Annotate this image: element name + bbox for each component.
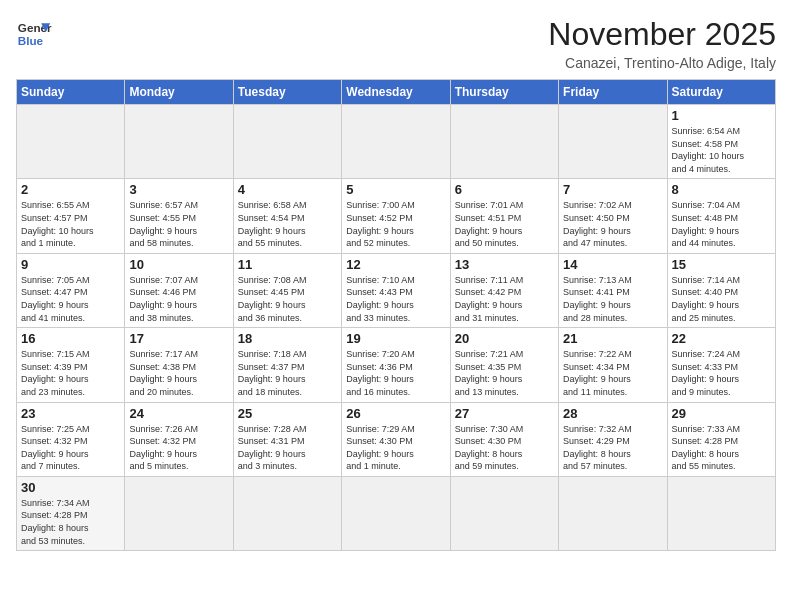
day-number: 9 (21, 257, 120, 272)
day-number: 20 (455, 331, 554, 346)
day-number: 3 (129, 182, 228, 197)
day-cell: 17Sunrise: 7:17 AM Sunset: 4:38 PM Dayli… (125, 328, 233, 402)
day-cell: 8Sunrise: 7:04 AM Sunset: 4:48 PM Daylig… (667, 179, 775, 253)
day-number: 23 (21, 406, 120, 421)
day-info: Sunrise: 7:05 AM Sunset: 4:47 PM Dayligh… (21, 274, 120, 324)
day-cell: 3Sunrise: 6:57 AM Sunset: 4:55 PM Daylig… (125, 179, 233, 253)
weekday-tuesday: Tuesday (233, 80, 341, 105)
week-row-2: 2Sunrise: 6:55 AM Sunset: 4:57 PM Daylig… (17, 179, 776, 253)
week-row-6: 30Sunrise: 7:34 AM Sunset: 4:28 PM Dayli… (17, 476, 776, 550)
day-cell: 29Sunrise: 7:33 AM Sunset: 4:28 PM Dayli… (667, 402, 775, 476)
day-info: Sunrise: 7:32 AM Sunset: 4:29 PM Dayligh… (563, 423, 662, 473)
day-info: Sunrise: 7:14 AM Sunset: 4:40 PM Dayligh… (672, 274, 771, 324)
logo-icon: General Blue (16, 16, 52, 52)
title-block: November 2025 Canazei, Trentino-Alto Adi… (548, 16, 776, 71)
day-info: Sunrise: 7:04 AM Sunset: 4:48 PM Dayligh… (672, 199, 771, 249)
day-cell (450, 105, 558, 179)
day-cell (17, 105, 125, 179)
day-info: Sunrise: 7:10 AM Sunset: 4:43 PM Dayligh… (346, 274, 445, 324)
day-cell: 27Sunrise: 7:30 AM Sunset: 4:30 PM Dayli… (450, 402, 558, 476)
day-number: 13 (455, 257, 554, 272)
day-number: 4 (238, 182, 337, 197)
logo: General Blue (16, 16, 52, 52)
day-number: 21 (563, 331, 662, 346)
day-cell (233, 476, 341, 550)
day-cell: 20Sunrise: 7:21 AM Sunset: 4:35 PM Dayli… (450, 328, 558, 402)
day-number: 5 (346, 182, 445, 197)
day-info: Sunrise: 7:15 AM Sunset: 4:39 PM Dayligh… (21, 348, 120, 398)
day-number: 30 (21, 480, 120, 495)
day-cell (125, 105, 233, 179)
day-info: Sunrise: 7:01 AM Sunset: 4:51 PM Dayligh… (455, 199, 554, 249)
day-number: 25 (238, 406, 337, 421)
day-number: 1 (672, 108, 771, 123)
day-info: Sunrise: 7:02 AM Sunset: 4:50 PM Dayligh… (563, 199, 662, 249)
day-info: Sunrise: 7:07 AM Sunset: 4:46 PM Dayligh… (129, 274, 228, 324)
day-info: Sunrise: 7:22 AM Sunset: 4:34 PM Dayligh… (563, 348, 662, 398)
day-cell: 14Sunrise: 7:13 AM Sunset: 4:41 PM Dayli… (559, 253, 667, 327)
day-number: 14 (563, 257, 662, 272)
page: General Blue November 2025 Canazei, Tren… (0, 0, 792, 561)
week-row-4: 16Sunrise: 7:15 AM Sunset: 4:39 PM Dayli… (17, 328, 776, 402)
day-info: Sunrise: 7:29 AM Sunset: 4:30 PM Dayligh… (346, 423, 445, 473)
day-info: Sunrise: 6:55 AM Sunset: 4:57 PM Dayligh… (21, 199, 120, 249)
day-number: 18 (238, 331, 337, 346)
day-number: 29 (672, 406, 771, 421)
day-cell: 25Sunrise: 7:28 AM Sunset: 4:31 PM Dayli… (233, 402, 341, 476)
day-cell: 11Sunrise: 7:08 AM Sunset: 4:45 PM Dayli… (233, 253, 341, 327)
day-cell: 21Sunrise: 7:22 AM Sunset: 4:34 PM Dayli… (559, 328, 667, 402)
day-number: 12 (346, 257, 445, 272)
day-cell (233, 105, 341, 179)
day-cell: 24Sunrise: 7:26 AM Sunset: 4:32 PM Dayli… (125, 402, 233, 476)
week-row-5: 23Sunrise: 7:25 AM Sunset: 4:32 PM Dayli… (17, 402, 776, 476)
day-number: 11 (238, 257, 337, 272)
day-cell: 2Sunrise: 6:55 AM Sunset: 4:57 PM Daylig… (17, 179, 125, 253)
day-cell: 6Sunrise: 7:01 AM Sunset: 4:51 PM Daylig… (450, 179, 558, 253)
day-number: 17 (129, 331, 228, 346)
weekday-monday: Monday (125, 80, 233, 105)
day-cell (559, 476, 667, 550)
day-number: 24 (129, 406, 228, 421)
day-cell: 10Sunrise: 7:07 AM Sunset: 4:46 PM Dayli… (125, 253, 233, 327)
day-cell: 30Sunrise: 7:34 AM Sunset: 4:28 PM Dayli… (17, 476, 125, 550)
weekday-wednesday: Wednesday (342, 80, 450, 105)
day-info: Sunrise: 7:13 AM Sunset: 4:41 PM Dayligh… (563, 274, 662, 324)
day-number: 15 (672, 257, 771, 272)
day-number: 8 (672, 182, 771, 197)
day-cell: 9Sunrise: 7:05 AM Sunset: 4:47 PM Daylig… (17, 253, 125, 327)
day-info: Sunrise: 7:24 AM Sunset: 4:33 PM Dayligh… (672, 348, 771, 398)
day-info: Sunrise: 6:57 AM Sunset: 4:55 PM Dayligh… (129, 199, 228, 249)
day-cell (125, 476, 233, 550)
day-info: Sunrise: 7:17 AM Sunset: 4:38 PM Dayligh… (129, 348, 228, 398)
day-cell: 13Sunrise: 7:11 AM Sunset: 4:42 PM Dayli… (450, 253, 558, 327)
weekday-thursday: Thursday (450, 80, 558, 105)
day-info: Sunrise: 7:11 AM Sunset: 4:42 PM Dayligh… (455, 274, 554, 324)
week-row-1: 1Sunrise: 6:54 AM Sunset: 4:58 PM Daylig… (17, 105, 776, 179)
day-cell (450, 476, 558, 550)
day-info: Sunrise: 7:33 AM Sunset: 4:28 PM Dayligh… (672, 423, 771, 473)
weekday-sunday: Sunday (17, 80, 125, 105)
day-info: Sunrise: 7:34 AM Sunset: 4:28 PM Dayligh… (21, 497, 120, 547)
week-row-3: 9Sunrise: 7:05 AM Sunset: 4:47 PM Daylig… (17, 253, 776, 327)
day-cell: 23Sunrise: 7:25 AM Sunset: 4:32 PM Dayli… (17, 402, 125, 476)
day-cell: 28Sunrise: 7:32 AM Sunset: 4:29 PM Dayli… (559, 402, 667, 476)
day-info: Sunrise: 7:20 AM Sunset: 4:36 PM Dayligh… (346, 348, 445, 398)
day-cell: 7Sunrise: 7:02 AM Sunset: 4:50 PM Daylig… (559, 179, 667, 253)
month-title: November 2025 (548, 16, 776, 53)
subtitle: Canazei, Trentino-Alto Adige, Italy (548, 55, 776, 71)
svg-text:Blue: Blue (18, 34, 44, 47)
day-number: 10 (129, 257, 228, 272)
day-info: Sunrise: 7:08 AM Sunset: 4:45 PM Dayligh… (238, 274, 337, 324)
day-number: 16 (21, 331, 120, 346)
header: General Blue November 2025 Canazei, Tren… (16, 16, 776, 71)
day-info: Sunrise: 7:25 AM Sunset: 4:32 PM Dayligh… (21, 423, 120, 473)
day-cell (342, 105, 450, 179)
day-info: Sunrise: 7:30 AM Sunset: 4:30 PM Dayligh… (455, 423, 554, 473)
day-cell: 22Sunrise: 7:24 AM Sunset: 4:33 PM Dayli… (667, 328, 775, 402)
day-cell: 15Sunrise: 7:14 AM Sunset: 4:40 PM Dayli… (667, 253, 775, 327)
day-cell (667, 476, 775, 550)
day-info: Sunrise: 7:21 AM Sunset: 4:35 PM Dayligh… (455, 348, 554, 398)
day-cell: 16Sunrise: 7:15 AM Sunset: 4:39 PM Dayli… (17, 328, 125, 402)
day-cell: 18Sunrise: 7:18 AM Sunset: 4:37 PM Dayli… (233, 328, 341, 402)
day-info: Sunrise: 7:28 AM Sunset: 4:31 PM Dayligh… (238, 423, 337, 473)
